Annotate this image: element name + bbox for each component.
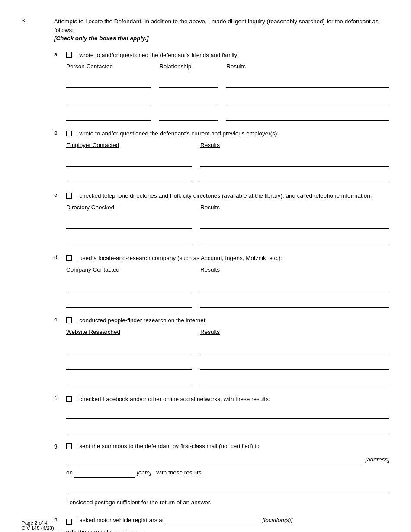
item-a-body: I wrote to and/or questioned the defenda… bbox=[66, 51, 389, 121]
item-f-letter: f. bbox=[54, 395, 66, 401]
item-g-on-label: on bbox=[66, 468, 73, 478]
item-a-result-3[interactable] bbox=[226, 112, 389, 121]
item-g-letter: g. bbox=[54, 442, 66, 449]
item-g-text: I sent the summons to the defendant by f… bbox=[76, 443, 260, 449]
item-c-result-1[interactable] bbox=[200, 220, 389, 229]
item-a-text: I wrote to and/or questioned the defenda… bbox=[76, 52, 239, 58]
item-f-result-1[interactable] bbox=[66, 410, 389, 419]
item-e-col1-label: Website Researched bbox=[66, 329, 120, 335]
item-g-address-label: [address] bbox=[365, 455, 389, 465]
footer-page: Page 2 of 4 bbox=[22, 520, 389, 526]
item-g-date-field[interactable] bbox=[74, 469, 135, 478]
item-b-col2-label: Results bbox=[200, 142, 220, 148]
item-c-dir-2[interactable] bbox=[66, 237, 192, 245]
item-b-col1-label: Employer Contacted bbox=[66, 142, 119, 148]
item-a-col3-label: Results bbox=[226, 63, 246, 70]
item-e-letter: e. bbox=[54, 316, 66, 323]
footer-form: CIV-145 (4/23) bbox=[22, 526, 389, 531]
item-b: b. I wrote to and/or questioned the defe… bbox=[54, 129, 389, 183]
item-e: e. I conducted people-finder research on… bbox=[54, 316, 389, 386]
item-c-checkbox[interactable] bbox=[66, 193, 72, 199]
item-a-col2-label: Relationship bbox=[159, 63, 191, 70]
item-d-col1-label: Company Contacted bbox=[66, 266, 119, 273]
item-c-result-2[interactable] bbox=[200, 237, 389, 245]
item-a: a. I wrote to and/or questioned the defe… bbox=[54, 51, 389, 121]
item-a-letter: a. bbox=[54, 51, 66, 58]
item-a-checkbox[interactable] bbox=[66, 52, 72, 58]
item-f-text: I checked Facebook and/or other online s… bbox=[76, 396, 270, 402]
item-b-employer-2[interactable] bbox=[66, 174, 192, 183]
item-e-checkbox[interactable] bbox=[66, 317, 72, 323]
item-b-result-1[interactable] bbox=[200, 158, 389, 167]
item-g-address-field[interactable] bbox=[66, 455, 363, 464]
item-a-rel-2[interactable] bbox=[159, 96, 218, 104]
footer: Page 2 of 4 CIV-145 (4/23) REQUEST TO SE… bbox=[22, 520, 389, 532]
item-a-person-3[interactable] bbox=[66, 112, 151, 121]
item-c-dir-1[interactable] bbox=[66, 220, 192, 229]
item-d-result-2[interactable] bbox=[200, 299, 389, 308]
item-c: c. I checked telephone directories and P… bbox=[54, 192, 389, 245]
item-a-col1-label: Person Contacted bbox=[66, 63, 113, 70]
item-d-result-1[interactable] bbox=[200, 282, 389, 291]
item-e-result-3[interactable] bbox=[200, 378, 389, 386]
item-e-website-2[interactable] bbox=[66, 361, 192, 370]
section-title-underline: Attempts to Locate the Defendant bbox=[54, 18, 141, 25]
item-a-result-2[interactable] bbox=[226, 96, 389, 104]
item-d-company-1[interactable] bbox=[66, 282, 192, 291]
item-b-body: I wrote to and/or questioned the defenda… bbox=[66, 129, 389, 183]
item-e-website-1[interactable] bbox=[66, 345, 192, 353]
item-a-rel-1[interactable] bbox=[159, 79, 218, 88]
item-e-col2-label: Results bbox=[200, 329, 220, 335]
item-g: g. I sent the summons to the defendant b… bbox=[54, 442, 389, 508]
item-g-postage-text: I enclosed postage sufficient for the re… bbox=[66, 498, 389, 507]
item-c-body: I checked telephone directories and Polk… bbox=[66, 192, 389, 245]
item-a-rel-3[interactable] bbox=[159, 112, 218, 121]
item-c-letter: c. bbox=[54, 192, 66, 198]
item-e-result-1[interactable] bbox=[200, 345, 389, 353]
item-d-text: I used a locate-and-research company (su… bbox=[76, 255, 282, 261]
item-c-col2-label: Results bbox=[200, 204, 220, 211]
section-number: 3. bbox=[22, 17, 26, 24]
item-d-company-2[interactable] bbox=[66, 299, 192, 308]
item-a-person-2[interactable] bbox=[66, 96, 151, 104]
item-e-text: I conducted people-finder research on th… bbox=[76, 317, 207, 324]
item-e-website-3[interactable] bbox=[66, 378, 192, 386]
item-d: d. I used a locate-and-research company … bbox=[54, 254, 389, 308]
item-g-checkbox[interactable] bbox=[66, 443, 72, 449]
item-b-letter: b. bbox=[54, 129, 66, 136]
item-e-body: I conducted people-finder research on th… bbox=[66, 316, 389, 386]
item-f: f. I checked Facebook and/or other onlin… bbox=[54, 395, 389, 433]
item-e-result-2[interactable] bbox=[200, 361, 389, 370]
item-b-text: I wrote to and/or questioned the defenda… bbox=[76, 130, 279, 137]
item-d-letter: d. bbox=[54, 254, 66, 260]
item-g-date-label: [date] bbox=[137, 468, 151, 478]
item-a-person-1[interactable] bbox=[66, 79, 151, 88]
section-title: Attempts to Locate the Defendant. In add… bbox=[54, 17, 389, 35]
item-b-checkbox[interactable] bbox=[66, 131, 72, 136]
item-f-result-2[interactable] bbox=[66, 425, 389, 433]
item-d-col2-label: Results bbox=[200, 266, 220, 273]
item-c-col1-label: Directory Checked bbox=[66, 204, 114, 211]
item-d-checkbox[interactable] bbox=[66, 255, 72, 261]
item-b-result-2[interactable] bbox=[200, 174, 389, 183]
item-c-text: I checked telephone directories and Polk… bbox=[76, 192, 372, 199]
item-g-result-1[interactable] bbox=[66, 484, 389, 492]
item-d-body: I used a locate-and-research company (su… bbox=[66, 254, 389, 308]
item-f-body: I checked Facebook and/or other online s… bbox=[66, 395, 389, 433]
item-g-body: I sent the summons to the defendant by f… bbox=[66, 442, 389, 508]
item-g-date-text: , with these results: bbox=[153, 468, 203, 478]
section-instruction: [Check only the boxes that apply.] bbox=[54, 35, 389, 42]
item-b-employer-1[interactable] bbox=[66, 158, 192, 167]
item-a-result-1[interactable] bbox=[226, 79, 389, 88]
item-f-checkbox[interactable] bbox=[66, 396, 72, 402]
